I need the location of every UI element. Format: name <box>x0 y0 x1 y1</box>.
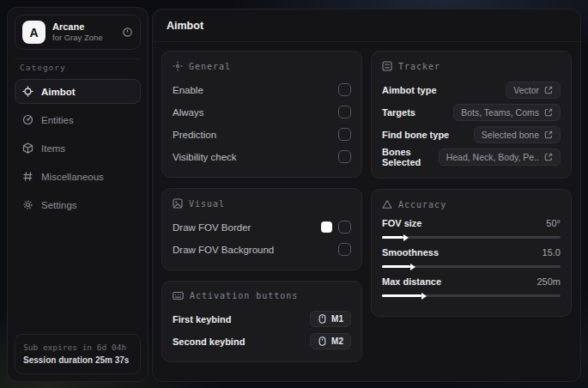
setting-row-draw-fov-border: Draw FOV Border <box>173 217 351 237</box>
main-panel: Aimbot General Enable <box>152 9 581 382</box>
crosshair-icon <box>22 86 33 97</box>
card-visual: Visual Draw FOV Border Draw FOV Backgrou… <box>161 188 362 270</box>
mouse-icon <box>318 314 327 324</box>
slider-fill <box>382 236 403 239</box>
slider-fov-size: FOV size 50° <box>382 218 561 239</box>
page-title: Aimbot <box>167 20 567 32</box>
sidebar-item-label: Settings <box>41 200 77 210</box>
targets-select[interactable]: Bots, Teams, Coms <box>453 104 561 121</box>
setting-row-find-bone-type: Find bone type Selected bone <box>382 124 561 144</box>
max-distance-slider[interactable] <box>382 294 561 297</box>
card-title: Tracker <box>398 62 440 71</box>
card-title: General <box>189 62 231 71</box>
sidebar-item-label: Aimbot <box>41 87 76 97</box>
setting-row-aimbot-type: Aimbot type Vector <box>382 80 561 100</box>
enable-checkbox[interactable] <box>338 83 351 96</box>
slider-smoothness: Smoothness 15.0 <box>382 247 561 268</box>
aimbot-type-select[interactable]: Vector <box>506 82 561 99</box>
slider-max-distance: Max distance 250m <box>382 276 561 297</box>
setting-row-bones-selected: Bones Selected Head, Neck, Body, Pe.. <box>382 147 561 167</box>
keyboard-icon <box>173 291 184 300</box>
main-header: Aimbot <box>153 9 580 42</box>
always-checkbox[interactable] <box>338 106 351 118</box>
content: General Enable Always Prediction Visibil… <box>153 42 580 371</box>
app-name: Arcane <box>52 21 115 33</box>
bones-selected-select[interactable]: Head, Neck, Body, Pe.. <box>439 149 561 166</box>
category-label: Category <box>15 58 141 79</box>
card-title: Visual <box>189 199 225 209</box>
smoothness-value: 15.0 <box>543 247 561 258</box>
sidebar: A Arcane for Gray Zone Category Aimbot <box>7 7 149 382</box>
sidebar-item-items[interactable]: Items <box>15 136 141 161</box>
card-accuracy: Accuracy FOV size 50° Smoothness 15.0 <box>371 189 572 317</box>
find-bone-type-select[interactable]: Selected bone <box>474 126 561 143</box>
sidebar-item-entities[interactable]: Entities <box>15 107 141 132</box>
mouse-icon <box>318 336 327 346</box>
gear-icon <box>22 199 33 210</box>
power-icon[interactable] <box>122 27 133 38</box>
setting-row-visibility-check: Visibility check <box>173 147 351 167</box>
subscription-box: Sub expires in 6d 04h Session duration 2… <box>15 334 141 374</box>
smoothness-slider[interactable] <box>382 265 561 268</box>
fov-border-color-swatch[interactable] <box>321 221 332 233</box>
setting-row-first-keybind: First keybind M1 <box>173 309 351 329</box>
second-keybind-button[interactable]: M2 <box>310 333 351 349</box>
fov-size-slider[interactable] <box>382 236 561 239</box>
crosshair-icon <box>173 61 183 71</box>
draw-fov-background-checkbox[interactable] <box>338 243 351 256</box>
session-duration-text: Session duration 25m 37s <box>23 354 132 367</box>
app-subtitle: for Gray Zone <box>52 33 115 43</box>
scan-icon <box>382 61 392 71</box>
expand-icon <box>544 108 553 117</box>
cube-icon <box>22 142 33 154</box>
setting-row-enable: Enable <box>173 80 351 100</box>
setting-row-second-keybind: Second keybind M2 <box>173 331 351 351</box>
setting-row-always: Always <box>173 102 351 122</box>
image-icon <box>173 198 183 209</box>
sidebar-item-miscellaneous[interactable]: Miscellaneous <box>15 164 141 189</box>
expand-icon <box>544 86 553 94</box>
fov-size-value: 50° <box>546 218 561 228</box>
app-logo-card: A Arcane for Gray Zone <box>15 15 141 50</box>
setting-row-prediction: Prediction <box>173 124 351 144</box>
card-activation-buttons: Activation buttons First keybind M1 S <box>161 281 362 362</box>
card-general: General Enable Always Prediction Visibil… <box>161 51 362 178</box>
setting-row-targets: Targets Bots, Teams, Coms <box>382 102 561 122</box>
expand-icon <box>544 153 553 161</box>
first-keybind-button[interactable]: M1 <box>310 311 351 327</box>
sub-expires-text: Sub expires in 6d 04h <box>23 342 132 354</box>
card-title: Activation buttons <box>190 291 298 300</box>
sidebar-nav: Aimbot Entities Items M <box>15 79 141 217</box>
card-title: Accuracy <box>398 200 446 209</box>
hash-icon <box>22 171 33 182</box>
slider-fill <box>382 294 421 297</box>
visibility-check-checkbox[interactable] <box>338 150 351 163</box>
triangle-icon <box>382 199 392 209</box>
card-tracker: Tracker Aimbot type Vector Targets <box>371 51 572 179</box>
max-distance-value: 250m <box>536 276 561 287</box>
sidebar-item-aimbot[interactable]: Aimbot <box>15 79 141 104</box>
app-logo: A <box>22 21 45 44</box>
radar-icon <box>22 114 33 125</box>
sidebar-item-label: Entities <box>41 115 74 125</box>
sidebar-item-label: Miscellaneous <box>41 172 104 182</box>
expand-icon <box>544 130 553 139</box>
sidebar-item-label: Items <box>41 143 65 154</box>
draw-fov-border-checkbox[interactable] <box>338 221 351 233</box>
setting-row-draw-fov-background: Draw FOV Background <box>173 239 351 259</box>
slider-fill <box>382 265 410 268</box>
sidebar-item-settings[interactable]: Settings <box>15 192 141 217</box>
prediction-checkbox[interactable] <box>338 128 351 141</box>
